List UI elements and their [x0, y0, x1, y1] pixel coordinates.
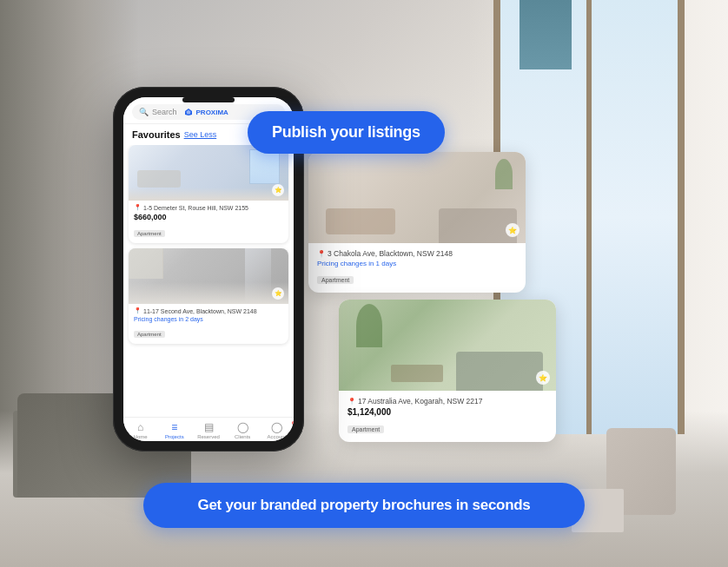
listing-price-1: $660,000: [134, 213, 283, 221]
favourites-title: Favourites: [132, 129, 181, 140]
nav-label-reserved: Reserved: [197, 434, 220, 439]
account-nav-icon: ◯: [271, 421, 282, 433]
card2-plant: [356, 304, 382, 347]
phone-notch: [182, 97, 235, 102]
listing-address-2: 📍 11-17 Second Ave, Blacktown, NSW 2148: [134, 307, 283, 314]
nav-item-home[interactable]: ⌂ Home: [123, 421, 157, 439]
fc-address-2: 📍 17 Australia Ave, Kogarah, NSW 2217: [347, 397, 547, 405]
listing-info-2: 📍 11-17 Second Ave, Blacktown, NSW 2148 …: [129, 304, 288, 344]
bg-window-divider: [586, 0, 592, 434]
fc-price-2: $1,124,000: [347, 407, 547, 417]
listing-star-2[interactable]: ⭐: [272, 287, 284, 300]
floating-card-2[interactable]: ⭐ 📍 17 Australia Ave, Kogarah, NSW 2217 …: [339, 300, 556, 442]
reserved-nav-icon: ▤: [204, 421, 214, 433]
nav-label-clients: Clients: [235, 434, 250, 439]
location-icon-2: 📍: [134, 307, 142, 314]
floating-card-body-2: 📍 17 Australia Ave, Kogarah, NSW 2217 $1…: [339, 391, 556, 442]
listing-address-1: 📍 1-5 Demeter St, Rouse Hill, NSW 2155: [134, 204, 283, 211]
publish-button[interactable]: Publish your listings: [248, 111, 445, 154]
location-icon-1: 📍: [134, 204, 142, 211]
card2-table: [391, 365, 443, 382]
nav-item-clients[interactable]: ◯ Clients: [226, 421, 260, 439]
listing-info-1: 📍 1-5 Demeter St, Rouse Hill, NSW 2155 $…: [129, 201, 288, 243]
fc-address-1: 📍 3 Chakola Ave, Blacktown, NSW 2148: [317, 249, 517, 258]
nav-label-home: Home: [134, 434, 148, 439]
fc-location-icon-1: 📍: [317, 250, 326, 258]
listing-price-change-2: Pricing changes in 2 days: [134, 316, 283, 322]
bottom-banner[interactable]: Get your branded property brochures in s…: [143, 483, 585, 528]
fc-badge-2: Apartment: [347, 425, 384, 433]
card1-table: [326, 208, 395, 234]
floating-card-img-2: ⭐: [339, 300, 556, 391]
fc-price-change-1: Pricing changes in 1 days: [317, 260, 517, 267]
nav-item-projects[interactable]: ≡ Projects: [157, 421, 191, 439]
floating-star-1[interactable]: ⭐: [506, 223, 520, 237]
listing-img-furniture: [137, 170, 181, 188]
nav-item-account[interactable]: ◯ Account: [260, 421, 294, 439]
search-icon: 🔍: [139, 108, 149, 116]
proxima-brand: PROXIMA: [196, 109, 228, 116]
listing-img-floor: [129, 188, 288, 201]
fc-location-icon-2: 📍: [347, 398, 356, 405]
phone-bottom-nav: ⌂ Home ≡ Projects ▤ Reserved ◯ Clients ◯: [123, 417, 294, 441]
nav-item-reserved[interactable]: ▤ Reserved: [191, 421, 225, 439]
phone-listings-list: ⭐ 📍 1-5 Demeter St, Rouse Hill, NSW 2155…: [123, 145, 294, 417]
phone-listing-card-2[interactable]: ⭐ 📍 11-17 Second Ave, Blacktown, NSW 214…: [129, 248, 288, 344]
card2-sofa: [456, 352, 543, 391]
nav-label-account: Account: [268, 434, 287, 439]
fc-badge-1: Apartment: [317, 276, 354, 284]
kitchen-counter: [129, 282, 288, 304]
listing-image-2: ⭐: [129, 248, 288, 304]
floating-star-2[interactable]: ⭐: [536, 371, 550, 385]
listing-badge-2: Apartment: [134, 331, 165, 338]
floating-card-body-1: 📍 3 Chakola Ave, Blacktown, NSW 2148 Pri…: [308, 243, 526, 293]
proxima-logo-icon: [184, 108, 193, 116]
listing-star-1[interactable]: ⭐: [272, 184, 284, 196]
kitchen-cabinets: [129, 248, 163, 279]
projects-nav-icon: ≡: [171, 421, 177, 433]
listing-img-window: [249, 149, 280, 184]
listing-badge-1: Apartment: [134, 230, 165, 237]
search-text: Search: [152, 108, 177, 116]
floating-card-1[interactable]: ⭐ 📍 3 Chakola Ave, Blacktown, NSW 2148 P…: [308, 152, 526, 293]
nav-label-projects: Projects: [165, 434, 184, 439]
see-less-link[interactable]: See Less: [184, 130, 217, 139]
home-nav-icon: ⌂: [137, 421, 143, 433]
bg-ceiling-decoration: [520, 0, 572, 69]
card1-plant: [495, 159, 513, 189]
card1-sofa: [439, 208, 517, 243]
clients-nav-icon: ◯: [237, 421, 248, 433]
phone-listing-card-1[interactable]: ⭐ 📍 1-5 Demeter St, Rouse Hill, NSW 2155…: [129, 145, 288, 243]
floating-card-img-1: ⭐: [308, 152, 526, 243]
